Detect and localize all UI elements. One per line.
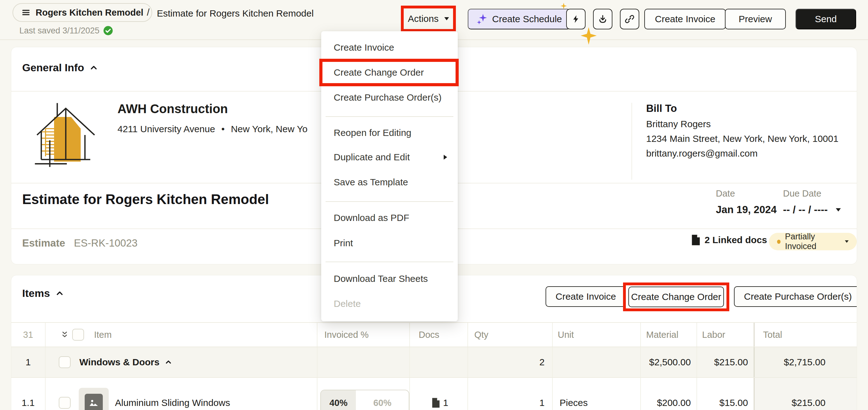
company-address: 4211 University Avenue • New York, New Y… [118, 124, 307, 134]
create-schedule-label: Create Schedule [492, 14, 562, 24]
sparkle-large-decoration [580, 26, 597, 45]
preview-label: Preview [739, 14, 772, 24]
items-title: Items [22, 287, 50, 299]
estimate-number: ES-RK-10023 [74, 237, 138, 249]
col-header-invoiced: Invoiced % [317, 323, 410, 347]
status-dot-icon [777, 240, 780, 244]
invoiced-progress[interactable]: 40% 60% [320, 390, 409, 410]
bill-to-email: brittany.rogers@gmail.com [646, 146, 838, 161]
create-change-order-label: Create Change Order [631, 291, 721, 302]
last-saved-status: Last saved 3/11/2025 [19, 26, 113, 36]
collapse-chevron-icon [56, 289, 64, 297]
row-number: 1.1 [11, 378, 45, 410]
general-info-title: General Info [22, 62, 84, 74]
menu-item-print[interactable]: Print [334, 236, 448, 250]
due-date-value: -- / -- / ---- [783, 204, 828, 216]
col-header-material: Material [641, 323, 697, 347]
col-header-total: Total [754, 323, 857, 347]
row-checkbox[interactable] [59, 356, 71, 368]
bill-to-address: 1234 Main Street, New York, New York, 10… [646, 131, 838, 146]
create-schedule-button[interactable]: Create Schedule [468, 9, 570, 29]
date-field: Date Jan 19, 2024 [716, 188, 777, 216]
preview-button[interactable]: Preview [725, 9, 786, 29]
col-header-labor: Labor [697, 323, 754, 347]
breadcrumb-separator: / [147, 7, 150, 18]
submenu-arrow-icon [444, 155, 447, 160]
date-label: Date [716, 188, 777, 199]
link-icon [625, 14, 634, 24]
item-photo-thumbnail[interactable] [79, 388, 109, 410]
menu-item-download-tear-sheets[interactable]: Download Tear Sheets [334, 272, 448, 286]
menu-item-create-purchase-orders[interactable]: Create Purchase Order(s) [334, 91, 448, 104]
col-header-docs: Docs [410, 323, 468, 347]
menu-divider [326, 201, 453, 202]
copy-link-button[interactable] [620, 9, 639, 29]
create-change-order-highlight: Create Change Order [623, 283, 729, 311]
image-icon [85, 394, 103, 410]
item-qty: 1 [468, 378, 553, 410]
document-icon [691, 235, 700, 245]
company-logo [34, 101, 98, 177]
items-table: 31 Item Invoiced % Docs Qty Unit Materia… [11, 322, 857, 410]
items-section-header[interactable]: Items [22, 287, 64, 299]
select-all-checkbox[interactable] [72, 329, 84, 341]
col-header-item: Item [94, 330, 112, 340]
group-total: $2,715.00 [754, 347, 857, 377]
bill-to-name: Brittany Rogers [646, 117, 838, 131]
table-header-row: 31 Item Invoiced % Docs Qty Unit Materia… [11, 322, 857, 347]
menu-item-reopen-for-editing[interactable]: Reopen for Editing [334, 126, 448, 140]
menu-divider [326, 261, 453, 262]
docs-count: 1 [443, 398, 448, 408]
due-date-field[interactable]: Due Date -- / -- / ---- [783, 188, 841, 216]
col-header-unit: Unit [553, 323, 641, 347]
items-create-invoice-label: Create Invoice [556, 291, 616, 302]
estimate-number-line: Estimate ES-RK-10023 [22, 237, 137, 249]
status-badge[interactable]: Partially Invoiced [769, 233, 857, 250]
group-labor: $215.00 [697, 347, 754, 377]
actions-dropdown-button[interactable]: Actions [401, 6, 456, 32]
collapse-chevron-icon[interactable] [165, 359, 172, 366]
row-number: 1 [11, 347, 45, 377]
company-name: AWH Construction [118, 102, 228, 116]
create-purchase-orders-button[interactable]: Create Purchase Order(s) [734, 286, 857, 307]
item-name: Aluminium Sliding Windows [115, 398, 230, 408]
download-icon [598, 14, 608, 24]
address-city: New York, New Yo [231, 124, 307, 134]
table-row-item[interactable]: 1.1 Aluminium Sliding Windows 40% 60% [11, 378, 857, 410]
menu-item-delete[interactable]: Delete [334, 297, 448, 311]
address-street: 4211 University Avenue [118, 124, 215, 134]
invoiced-percent: 40% [321, 390, 356, 410]
chevron-down-icon [836, 208, 841, 212]
items-create-invoice-button[interactable]: Create Invoice [546, 286, 626, 307]
menu-item-duplicate-and-edit[interactable]: Duplicate and Edit [334, 150, 448, 164]
menu-item-create-invoice[interactable]: Create Invoice [334, 41, 448, 54]
create-change-order-button[interactable]: Create Change Order [628, 287, 724, 307]
item-total: $215.00 [754, 378, 857, 410]
expand-all-icon[interactable] [60, 330, 69, 339]
menu-item-download-as-pdf[interactable]: Download as PDF [334, 211, 448, 225]
estimate-document-title: Estimate for Rogers Kitchen Remodel [22, 192, 269, 207]
send-button[interactable]: Send [796, 9, 856, 29]
sparkle-icon [476, 13, 488, 25]
row-checkbox[interactable] [59, 397, 71, 409]
remaining-percent: 60% [356, 390, 409, 410]
linked-docs-label: 2 Linked docs [705, 235, 767, 245]
linked-docs-button[interactable]: 2 Linked docs [691, 235, 767, 245]
general-info-section-header[interactable]: General Info [22, 62, 98, 74]
breadcrumb-project-label: Rogers Kitchen Remodel [36, 7, 144, 18]
sparkle-small-decoration [560, 2, 567, 9]
create-change-order-menu-highlight [319, 59, 459, 86]
actions-label: Actions [408, 13, 438, 24]
bill-to-title: Bill To [646, 100, 838, 117]
chevron-down-icon [845, 240, 849, 243]
create-purchase-orders-label: Create Purchase Order(s) [744, 291, 852, 302]
create-invoice-header-button[interactable]: Create Invoice [644, 9, 726, 29]
project-breadcrumb-pill[interactable]: Rogers Kitchen Remodel [12, 3, 152, 22]
address-bullet: • [221, 124, 225, 134]
hamburger-icon [21, 8, 31, 17]
menu-item-save-as-template[interactable]: Save as Template [334, 175, 448, 189]
status-badge-label: Partially Invoiced [785, 232, 840, 251]
document-icon [432, 398, 440, 408]
bill-to-block: Bill To Brittany Rogers 1234 Main Street… [646, 100, 838, 161]
table-row-group[interactable]: 1 Windows & Doors 2 $2,500.00 $215.00 $2… [11, 347, 857, 378]
